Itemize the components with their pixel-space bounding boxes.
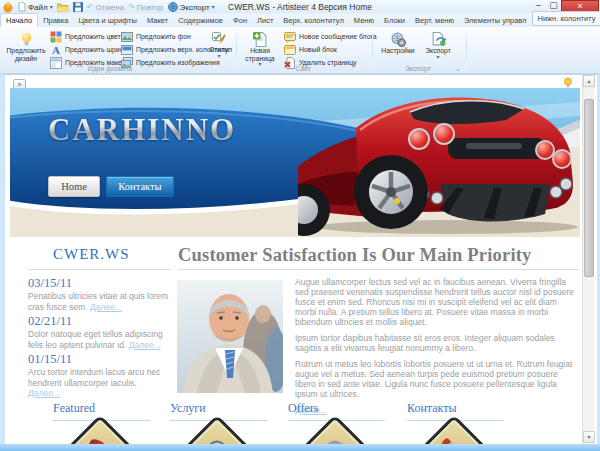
gear-icon [204,437,231,444]
chevron-down-icon: ▾ [212,5,215,9]
tab-sheet[interactable]: Лист [252,14,278,27]
nav-tab-contacts[interactable]: Контакты [106,176,174,197]
article-heading[interactable]: Customer Satisfaction Is Our Main Priori… [178,245,578,266]
undo-button[interactable]: ↶Отмена [87,3,124,12]
site-preview: » [5,75,587,444]
design-canvas: » [0,74,600,444]
blog-post-icon [284,31,296,43]
pencil-icon [441,437,466,444]
new-block-button[interactable]: Новый блок [284,44,337,55]
group-label-design-ideas: Идеи дизайна [40,65,180,72]
redo-icon: ↷ [128,3,135,12]
lightbulb-icon [19,32,34,47]
post-date[interactable]: 02/21/11 [28,314,72,329]
app-logo-icon [2,1,14,13]
save-icon[interactable] [73,2,83,12]
paragraph: Rutrum ut metus leo lobortis lobortis po… [295,359,579,399]
footer-heading[interactable]: Контакты [407,401,504,416]
background-image-icon [121,31,133,43]
palette-icon [50,31,62,43]
businessman-photo [177,280,283,393]
tab-header[interactable]: Верх. колонтитул [278,14,348,27]
footer-heading[interactable]: Featured [53,401,150,416]
block-icon [284,44,296,56]
red-car-image [298,88,578,237]
new-page-icon [253,32,268,47]
site-logo[interactable]: CARHINNO [48,112,236,148]
scroll-up-button[interactable]: ▴ [583,75,595,87]
paragraph: Ipsum tortor dapibus habitasse sit eros … [295,333,579,353]
footer-heading[interactable]: Offers [288,401,385,416]
tab-edit[interactable]: Правка [38,14,73,27]
divider [178,269,579,270]
export-page-icon [431,32,446,47]
chevron-down-icon: ▾ [436,55,439,59]
paragraph: Augue ullamcorper lectus sed vel ac in f… [295,277,579,327]
suggest-design-button[interactable]: Предложить дизайн [5,29,47,69]
read-more-link[interactable]: Далее... [90,302,122,312]
settings-icon [391,32,406,47]
redo-button[interactable]: ↷Повтор [128,3,163,12]
open-folder-icon[interactable] [57,3,69,12]
post-excerpt: Dolor natoque eget tellus adipiscing fel… [28,329,171,350]
tab-menu[interactable]: Меню [349,14,379,27]
group-separator [466,29,467,69]
tab-blocks[interactable]: Блоки [379,14,410,27]
artisteer-window: { "window": { "title": "CWER.WS - Artist… [0,0,600,451]
suggest-background-button[interactable]: Предложить фон [121,31,191,42]
red-disc-icon [86,436,115,444]
quick-access-toolbar: Файл▾ ↶Отмена ↷Повтор Экспорт▾ [2,1,215,13]
group-label-export: Экспорт [388,65,448,72]
dialog-launcher-icon[interactable]: ⌟ [456,64,459,72]
export-settings-button[interactable]: Настройки [378,29,418,69]
styles-button[interactable]: Стили ▾ [205,29,233,69]
header-image-icon [121,44,133,56]
group-separator [372,29,373,69]
export-menu-button[interactable]: Экспорт▾ [168,2,215,12]
read-more-link[interactable]: Далее... [129,340,161,350]
sidebar-title[interactable]: CWER.WS [53,246,130,263]
suggest-colors-button[interactable]: Предложить цвета [50,31,125,42]
read-more-link[interactable]: Далее... [28,388,60,398]
post-excerpt: Arcu tortor interdum lacus arcu nec hend… [28,367,171,399]
tab-colors-fonts[interactable]: Цвета и шрифты [73,14,141,27]
group-separator [236,29,237,69]
new-blog-post-button[interactable]: Новое сообщение блога [284,31,377,42]
undo-icon: ↶ [87,3,94,12]
post-excerpt: Penatibus ultricies vitae at quis lorem … [28,291,171,312]
tab-home[interactable]: Начало [0,13,38,27]
post-date[interactable]: 01/15/11 [28,352,72,367]
vertical-scrollbar[interactable]: ▴ ▾ [582,75,594,444]
globe-icon [168,2,178,12]
export-button[interactable]: Экспорт ▾ [420,29,456,69]
chevron-down-icon: ▾ [50,5,53,9]
tab-content[interactable]: Содержимое [173,14,228,27]
tab-background[interactable]: Фон [228,14,252,27]
scroll-down-button[interactable]: ▾ [583,431,595,443]
ribbon-tab-row: Начало Правка Цвета и шрифты Макет Содер… [0,14,600,27]
window-bottom-border [0,444,600,451]
file-icon [18,2,26,12]
group-label-site: Сайт [258,65,348,72]
article-body: Augue ullamcorper lectus sed vel ac in f… [295,277,579,415]
font-icon: A [50,44,62,56]
chevron-down-icon: ▾ [217,54,220,58]
ribbon: Предложить дизайн Предложить цвета A Пре… [0,27,600,74]
file-menu-button[interactable]: Файл▾ [18,2,53,12]
tab-layout[interactable]: Макет [142,14,173,27]
titlebar: CWER.WS - Artisteer 4 Версия Home Файл▾ … [0,0,600,14]
tab-vertical-menu[interactable]: Верт. меню [410,14,459,27]
divider [28,269,171,270]
nav-tab-home[interactable]: Home [48,176,100,197]
site-header-banner[interactable]: CARHINNO Home Контакты [10,88,580,237]
tab-footer[interactable]: Нижн. колонтиту [532,11,600,26]
footer-heading[interactable]: Услуги [170,401,267,416]
tab-controls[interactable]: Элементы управл [459,14,531,27]
ring-icon [322,437,349,444]
styles-brush-icon [212,32,226,46]
svg-text:A: A [52,44,60,56]
post-date[interactable]: 03/15/11 [28,276,72,291]
scrollbar-thumb[interactable] [584,99,594,277]
new-page-button[interactable]: Новая страница ▾ [240,29,280,69]
